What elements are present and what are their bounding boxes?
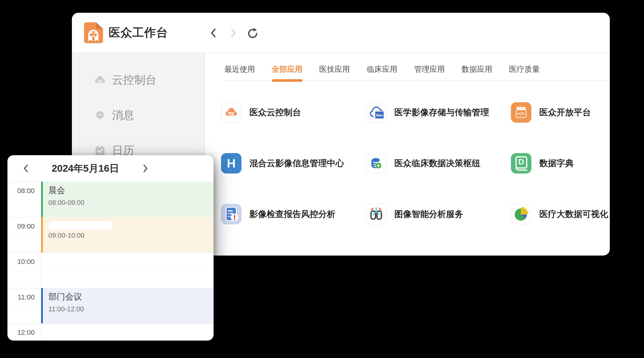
event-time: 08:00-09:00 xyxy=(48,199,214,206)
half-hour-gridline xyxy=(8,270,214,270)
back-button[interactable] xyxy=(208,26,219,39)
event-morning-meeting[interactable]: 晨会 08:00-09:00 xyxy=(41,182,214,217)
tab-clinical-apps[interactable]: 临床应用 xyxy=(367,64,398,80)
image-ai-icon xyxy=(366,204,386,224)
chevron-left-icon xyxy=(209,27,218,38)
sidebar-item-label: 云控制台 xyxy=(112,72,156,87)
big-data-viz-icon xyxy=(511,204,532,224)
sidebar-item-label: 消息 xyxy=(112,108,134,123)
app-grid: 医众云控制台 Mas 医学影像存储与传输管理 xyxy=(221,102,610,224)
forward-button[interactable] xyxy=(228,26,239,39)
app-item-imaging-storage[interactable]: Mas 医学影像存储与传输管理 xyxy=(366,102,511,123)
app-label: 图像智能分析服务 xyxy=(394,208,463,220)
app-label: 医众开放平台 xyxy=(539,107,591,118)
d-letter: D xyxy=(518,157,524,166)
window-header: 医众工作台 xyxy=(72,13,610,53)
event-time: 09:00-10:00 xyxy=(48,232,214,239)
time-label: 10:00 xyxy=(8,258,41,266)
data-dictionary-icon: D xyxy=(511,153,532,174)
app-item-report-risk-analysis[interactable]: 影像检查报告风控分析 xyxy=(221,204,366,224)
hour-gridline xyxy=(8,323,214,324)
desktop-background: 医众工作台 xyxy=(0,0,644,358)
time-label: 12:00 xyxy=(8,329,41,336)
app-item-big-data-visualization[interactable]: 医疗大数据可视化 xyxy=(511,204,610,224)
event-redacted[interactable]: 09:00-10:00 xyxy=(41,217,214,253)
app-item-data-dictionary[interactable]: D 数据字典 xyxy=(511,153,610,174)
cloud-settings-icon xyxy=(221,102,242,123)
tab-bar: 最近使用 全部应用 医技应用 临床应用 管理应用 数据应用 医疗质量 xyxy=(224,53,610,81)
tab-medtech-apps[interactable]: 医技应用 xyxy=(319,64,350,80)
clinical-data-icon xyxy=(366,153,386,174)
app-title: 医众工作台 xyxy=(109,25,168,40)
app-label: 医疗大数据可视化 xyxy=(539,208,608,220)
app-label: 医众临床数据决策枢纽 xyxy=(394,158,480,169)
event-title: 晨会 xyxy=(48,185,214,196)
chevron-right-icon xyxy=(228,27,238,38)
calendar-panel: 2024年5月16日 08:00 09:00 10:00 11:00 12:00 xyxy=(8,155,214,341)
redacted-event-title xyxy=(48,221,112,229)
chevron-right-icon xyxy=(142,163,149,174)
event-department-meeting[interactable]: 部门会议 11:00-12:00 xyxy=(41,288,214,323)
hybrid-cloud-icon: H xyxy=(221,153,242,174)
refresh-icon xyxy=(247,27,258,38)
sidebar-item-cloud-console[interactable]: 云控制台 xyxy=(72,69,204,91)
code-icon: </> xyxy=(516,109,526,118)
h-letter: H xyxy=(227,156,236,170)
time-label: 09:00 xyxy=(8,222,41,230)
refresh-button[interactable] xyxy=(247,26,258,39)
calendar-header: 2024年5月16日 xyxy=(8,155,214,182)
tab-all-apps[interactable]: 全部应用 xyxy=(272,64,302,80)
mas-badge: Mas xyxy=(375,111,384,119)
app-label: 影像检查报告风控分析 xyxy=(250,208,336,220)
tab-admin-apps[interactable]: 管理应用 xyxy=(414,64,445,80)
event-title: 部门会议 xyxy=(48,291,214,303)
cloud-console-icon xyxy=(93,73,107,87)
time-label: 08:00 xyxy=(8,187,41,195)
app-label: 医众云控制台 xyxy=(250,107,301,118)
tab-recent[interactable]: 最近使用 xyxy=(224,64,255,80)
messages-icon xyxy=(93,109,107,122)
app-logo-icon xyxy=(82,21,104,44)
app-item-hybrid-cloud-center[interactable]: H 混合云影像信息管理中心 xyxy=(221,153,366,174)
cloud-storage-icon: Mas xyxy=(366,102,386,123)
calendar-date: 2024年5月16日 xyxy=(39,155,132,182)
app-item-open-platform[interactable]: </> 医众开放平台 xyxy=(511,102,610,123)
app-label: 医学影像存储与传输管理 xyxy=(394,107,489,118)
time-label: 11:00 xyxy=(8,293,41,301)
calendar-prev-day-button[interactable] xyxy=(19,155,33,182)
report-risk-icon xyxy=(221,204,242,224)
app-item-image-ai-service[interactable]: 图像智能分析服务 xyxy=(366,204,511,224)
calendar-day-grid: 08:00 09:00 10:00 11:00 12:00 晨会 08:00-0… xyxy=(8,182,214,341)
app-label: 数据字典 xyxy=(539,158,574,169)
hour-gridline xyxy=(8,253,214,253)
sidebar-item-messages[interactable]: 消息 xyxy=(72,104,204,126)
app-item-clinical-data-hub[interactable]: 医众临床数据决策枢纽 xyxy=(366,153,511,174)
browser-nav xyxy=(208,13,258,53)
tab-data-apps[interactable]: 数据应用 xyxy=(462,64,492,80)
app-item-cloud-console[interactable]: 医众云控制台 xyxy=(221,102,366,123)
calendar-next-day-button[interactable] xyxy=(138,155,152,182)
window-dots-icon xyxy=(517,107,526,110)
content-area: 最近使用 全部应用 医技应用 临床应用 管理应用 数据应用 医疗质量 xyxy=(205,53,610,255)
open-platform-icon: </> xyxy=(511,102,532,123)
tab-quality[interactable]: 医疗质量 xyxy=(509,64,540,80)
chevron-left-icon xyxy=(22,163,30,174)
app-label: 混合云影像信息管理中心 xyxy=(250,158,344,169)
event-time: 11:00-12:00 xyxy=(48,305,214,313)
